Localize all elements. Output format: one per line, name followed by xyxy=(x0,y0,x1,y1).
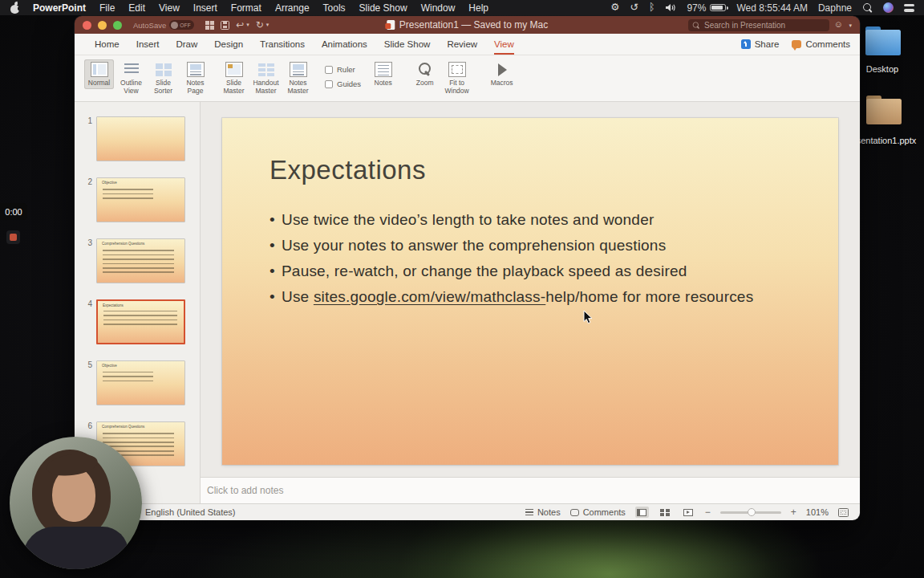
notes-page-button[interactable]: Notes Page xyxy=(180,59,210,97)
menu-tools[interactable]: Tools xyxy=(323,2,346,14)
slideshow-view-status-button[interactable] xyxy=(682,507,695,518)
zoom-slider[interactable] xyxy=(720,511,781,514)
quick-access-toolbar: ↩ ▾ ↻ ▾ xyxy=(205,20,269,30)
slide-thumbnail-3[interactable]: Comprehension Questions xyxy=(96,238,185,283)
notes-master-button[interactable]: Notes Master xyxy=(283,59,313,97)
save-icon[interactable] xyxy=(221,21,229,30)
fit-slide-to-window-button[interactable] xyxy=(838,508,849,517)
zoom-percentage[interactable]: 101% xyxy=(806,507,829,517)
zoom-out-button[interactable]: − xyxy=(705,507,711,517)
menu-window[interactable]: Window xyxy=(421,2,456,14)
slide-number: 2 xyxy=(83,177,92,186)
bluetooth-icon[interactable]: ᛒ xyxy=(649,2,655,13)
menu-help[interactable]: Help xyxy=(468,2,488,14)
battery-indicator[interactable]: 97% xyxy=(687,2,726,14)
slide-thumbnail-4-selected[interactable]: Expectations xyxy=(96,299,185,344)
tab-view[interactable]: View xyxy=(494,34,514,55)
zoom-slider-knob[interactable] xyxy=(748,508,756,516)
search-input[interactable] xyxy=(704,21,825,30)
siri-icon[interactable] xyxy=(883,2,894,13)
tab-slide-show[interactable]: Slide Show xyxy=(384,34,431,55)
desktop-folder-icon[interactable] xyxy=(865,26,901,55)
normal-view-status-button[interactable] xyxy=(635,507,649,518)
menu-slide-show[interactable]: Slide Show xyxy=(359,2,407,14)
recording-indicator-icon[interactable] xyxy=(6,230,20,244)
slide-canvas[interactable]: Expectations Use twice the video’s lengt… xyxy=(222,118,838,465)
tab-home[interactable]: Home xyxy=(95,34,120,55)
macros-button[interactable]: Macros xyxy=(487,59,517,89)
slide-master-button[interactable]: Slide Master xyxy=(219,59,249,97)
normal-view-button[interactable]: Normal xyxy=(84,59,114,89)
redo-icon[interactable]: ↻ xyxy=(256,20,264,30)
minimize-button[interactable] xyxy=(98,21,107,30)
menu-view[interactable]: View xyxy=(159,2,180,14)
menu-edit[interactable]: Edit xyxy=(128,2,145,14)
notes-toggle-ribbon-button[interactable]: Notes xyxy=(368,59,398,89)
guides-checkbox[interactable]: Guides xyxy=(325,79,361,88)
hyperlink-text[interactable]: sites.google.com/view/mathclass- xyxy=(314,288,545,305)
window-titlebar[interactable]: AutoSave OFF ↩ ▾ ↻ ▾ Presentation1 — Sav… xyxy=(75,16,860,34)
notes-master-icon xyxy=(290,62,307,77)
tab-animations[interactable]: Animations xyxy=(322,34,367,55)
presentation-file-icon[interactable] xyxy=(866,96,902,124)
tab-insert[interactable]: Insert xyxy=(136,34,160,55)
tab-transitions[interactable]: Transitions xyxy=(260,34,305,55)
autosave-toggle[interactable]: OFF xyxy=(169,20,194,30)
comments-toggle-button[interactable]: Comments xyxy=(570,507,626,517)
menu-file[interactable]: File xyxy=(99,2,115,14)
fit-to-window-label: Fit to Window xyxy=(443,79,471,96)
window-title: Presentation1 — Saved to my Mac xyxy=(387,19,548,31)
thumbnail-title: Comprehension Questions xyxy=(102,425,144,429)
time-machine-icon[interactable]: ↺ xyxy=(630,2,638,13)
volume-icon[interactable] xyxy=(665,3,676,12)
comments-button[interactable]: Comments xyxy=(792,39,850,49)
slide-sorter-button[interactable]: Slide Sorter xyxy=(148,59,178,97)
menu-insert[interactable]: Insert xyxy=(193,2,217,14)
close-button[interactable] xyxy=(83,21,91,30)
slide-thumbnail-1[interactable] xyxy=(96,116,185,161)
slide-thumbnail-2[interactable]: Objective xyxy=(96,177,185,222)
apple-menu-icon[interactable] xyxy=(10,2,19,14)
fullscreen-button[interactable] xyxy=(113,21,122,30)
fast-user-switch-menu[interactable]: Daphne xyxy=(818,2,852,14)
language-status[interactable]: English (United States) xyxy=(145,507,236,517)
menu-arrange[interactable]: Arrange xyxy=(275,2,310,14)
slide-sorter-label: Slide Sorter xyxy=(149,79,177,96)
feedback-smiley-icon[interactable]: ☺ xyxy=(834,20,843,29)
outline-view-button[interactable]: Outline View xyxy=(116,59,146,97)
workspace: 1 2 Objective 3 Comprehens xyxy=(75,102,860,503)
thumbnail-title: Expectations xyxy=(103,303,124,307)
slide-sorter-view-status-button[interactable] xyxy=(659,507,672,518)
undo-dropdown-chevron-icon[interactable]: ▾ xyxy=(246,22,249,28)
menu-bar-clock[interactable]: Wed 8:55:44 AM xyxy=(736,2,808,14)
menu-format[interactable]: Format xyxy=(231,2,261,14)
zoom-button[interactable]: Zoom xyxy=(410,59,440,89)
undo-icon[interactable]: ↩ xyxy=(236,20,244,30)
feedback-chevron-icon[interactable]: ▾ xyxy=(849,22,852,29)
ruler-checkbox[interactable]: Ruler xyxy=(325,65,361,74)
handout-master-button[interactable]: Handout Master xyxy=(251,59,281,97)
slide-body-text[interactable]: Use twice the video’s length to take not… xyxy=(270,211,753,314)
gear-icon[interactable]: ⚙ xyxy=(610,2,619,13)
comments-toggle-label: Comments xyxy=(583,507,626,517)
fit-to-window-button[interactable]: Fit to Window xyxy=(442,59,472,97)
tab-design[interactable]: Design xyxy=(214,34,243,55)
view-switcher-icon[interactable] xyxy=(205,21,214,30)
tab-review[interactable]: Review xyxy=(447,34,477,55)
notes-pane[interactable]: Click to add notes xyxy=(201,477,860,503)
spotlight-search-icon[interactable] xyxy=(862,2,873,13)
notes-toggle-button[interactable]: Notes xyxy=(525,507,561,517)
slide-thumbnail-5[interactable]: Objective xyxy=(96,360,185,405)
bullet-text: Use twice the video’s length to take not… xyxy=(282,211,654,228)
battery-percent: 97% xyxy=(687,2,706,14)
share-button[interactable]: Share xyxy=(741,39,780,49)
control-center-icon[interactable] xyxy=(904,4,914,12)
slide-title[interactable]: Expectations xyxy=(270,155,426,185)
tab-draw[interactable]: Draw xyxy=(176,34,197,55)
titlebar-search-field[interactable] xyxy=(688,19,829,31)
redo-dropdown-chevron-icon[interactable]: ▾ xyxy=(266,22,270,28)
notes-ribbon-icon xyxy=(375,62,392,77)
slide-number: 1 xyxy=(83,116,92,125)
zoom-in-button[interactable]: + xyxy=(791,507,796,517)
app-menu-powerpoint[interactable]: PowerPoint xyxy=(33,2,86,14)
